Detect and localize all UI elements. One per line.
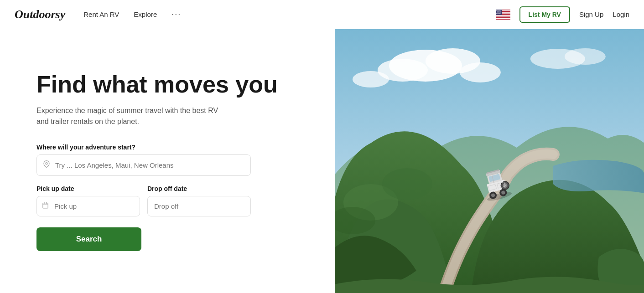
svg-point-21 [500, 11, 501, 12]
dropoff-label: Drop off date [147, 185, 251, 192]
svg-point-45 [382, 168, 432, 200]
svg-rect-5 [496, 16, 510, 17]
svg-point-9 [497, 10, 498, 10]
signup-link[interactable]: Sign Up [579, 10, 603, 18]
svg-point-12 [500, 10, 501, 10]
svg-point-30 [500, 13, 501, 14]
svg-point-10 [499, 10, 499, 10]
right-panel [335, 29, 644, 293]
svg-rect-4 [496, 15, 510, 15]
hero-title: Find what moves you [36, 72, 307, 98]
svg-point-18 [497, 11, 498, 12]
dropoff-input-wrap [147, 196, 251, 216]
svg-rect-6 [496, 18, 510, 19]
navbar: Outdoorsy Rent An RV Explore ··· [0, 0, 644, 29]
hero-subtitle: Experience the magic of summer travel wi… [36, 105, 228, 127]
svg-point-20 [499, 11, 500, 12]
svg-point-27 [497, 13, 498, 14]
pickup-date-col: Pick up date [36, 185, 140, 216]
svg-point-40 [460, 62, 501, 82]
svg-point-22 [497, 12, 497, 13]
svg-point-15 [499, 11, 499, 11]
hero-image [335, 29, 644, 293]
nav-explore[interactable]: Explore [134, 10, 157, 18]
logo[interactable]: Outdoorsy [15, 8, 65, 21]
svg-point-43 [565, 48, 606, 65]
svg-point-23 [498, 12, 498, 13]
svg-point-41 [353, 71, 389, 87]
svg-point-13 [497, 11, 497, 11]
svg-point-24 [499, 12, 499, 13]
nav-links: Rent An RV Explore ··· [83, 10, 495, 19]
dropoff-date-col: Drop off date [147, 185, 251, 216]
login-link[interactable]: Login [613, 10, 629, 18]
dropoff-date-input[interactable] [147, 196, 251, 216]
nav-right: List My RV Sign Up Login [496, 6, 629, 23]
location-pin-icon [43, 160, 50, 170]
nav-rent-an-rv[interactable]: Rent An RV [83, 10, 119, 18]
pickup-label: Pick up date [36, 185, 140, 192]
svg-point-29 [499, 13, 500, 14]
svg-point-28 [499, 13, 499, 14]
svg-point-16 [500, 11, 500, 11]
page-layout: Find what moves you Experience the magic… [0, 29, 644, 293]
svg-point-19 [499, 11, 499, 12]
flag-icon[interactable] [496, 10, 510, 20]
svg-point-8 [496, 10, 497, 10]
pickup-input-wrap [36, 196, 140, 216]
location-label: Where will your adventure start? [36, 144, 307, 151]
left-panel: Find what moves you Experience the magic… [0, 29, 335, 293]
svg-rect-32 [43, 203, 48, 208]
svg-point-14 [498, 11, 498, 11]
date-row: Pick up date Drop off date [36, 185, 251, 216]
pickup-date-input[interactable] [36, 196, 140, 216]
svg-point-25 [500, 12, 500, 13]
pickup-calendar-icon [42, 202, 49, 210]
location-input[interactable] [36, 154, 251, 176]
location-input-wrap [36, 154, 307, 176]
svg-point-26 [496, 13, 497, 14]
search-button[interactable]: Search [36, 227, 141, 251]
svg-point-11 [499, 10, 500, 10]
nav-more-icon[interactable]: ··· [171, 10, 181, 19]
svg-point-17 [496, 11, 497, 12]
list-my-rv-button[interactable]: List My RV [519, 6, 570, 23]
svg-point-31 [46, 163, 47, 164]
